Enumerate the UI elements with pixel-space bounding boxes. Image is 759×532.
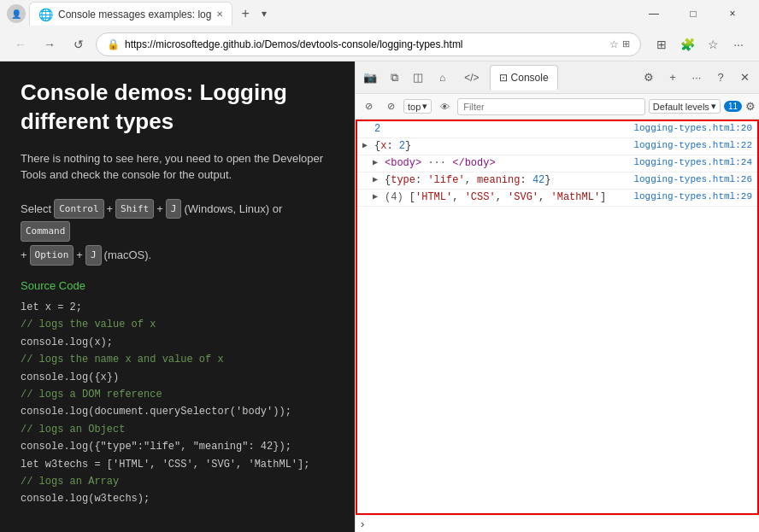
favorites-toolbar-icon[interactable]: ☆ [701,32,725,56]
tab-dropdown-button[interactable]: ▾ [258,8,270,20]
context-dropdown-icon: ▾ [422,101,427,112]
minimize-button[interactable]: — [634,0,674,27]
expand-icon[interactable]: ▶ [373,174,381,184]
devtools-more-icon[interactable]: ··· [685,67,708,89]
url-action-icons: ☆ ⊞ [609,38,630,50]
shortcut-line-1: Select Control + Shift + J (Windows, Lin… [21,199,334,243]
context-selector[interactable]: top ▾ [403,99,432,114]
left-panel: Console demos: Logging different types T… [0,61,355,532]
kbd-j2: J [85,245,102,266]
security-icon: 🔒 [107,38,120,50]
favorites-icon[interactable]: ☆ [609,38,619,50]
close-window-button[interactable]: × [713,0,752,27]
console-value: 2 [374,123,633,135]
expand-icon[interactable]: ▶ [373,157,381,167]
browser-toolbar: ⊞ 🧩 ☆ ··· [650,32,750,56]
log-levels-selector[interactable]: Default levels ▾ [649,99,721,114]
console-repl-input[interactable] [364,518,754,530]
page-description: There is nothing to see here, you need t… [21,150,334,184]
avatar: 👤 [7,4,26,23]
code-comment: // logs a DOM reference [21,386,334,403]
expand-icon[interactable]: ▶ [362,140,371,150]
console-row: 2 logging-types.html:20 [357,121,757,138]
read-mode-icon[interactable]: ⊞ [622,38,630,50]
devtools-panel: 📷 ⧉ ◫ ⌂ </> ⊡ Console ⚙ + ··· ? ✕ ⊘ ⊘ to… [355,61,759,532]
code-comment: // logs an Object [21,421,334,438]
edge-icon: 🌐 [38,8,53,21]
console-toolbar: ⊘ ⊘ top ▾ 👁 Default levels ▾ 11 ⚙ [356,94,759,120]
kbd-option: Option [30,245,74,266]
title-bar: 👤 🌐 Console messages examples: log ✕ + ▾… [0,0,759,27]
refresh-button[interactable]: ↺ [67,32,91,56]
console-filter-input[interactable] [457,98,645,115]
code-comment: // logs the value of x [21,316,334,333]
code-comment: // logs the name x and value of x [21,351,334,368]
levels-dropdown-icon: ▾ [711,101,716,112]
url-text: https://microsoftedge.github.io/Demos/de… [125,38,604,50]
console-source-link[interactable]: logging-types.html:26 [633,174,752,184]
console-input-row: › [356,515,759,532]
console-source-link[interactable]: logging-types.html:29 [633,191,752,202]
code-block: let x = 2; // logs the value of x consol… [21,299,334,508]
main-layout: Console demos: Logging different types T… [0,61,759,532]
source-label: Source Code [21,279,334,292]
extensions-icon[interactable]: 🧩 [675,32,699,56]
console-row: ▶ <body> ··· </body> logging-types.html:… [357,155,757,172]
error-count-badge: 11 [724,101,742,112]
shortcut-line-2: + Option + J (macOS). [21,245,334,266]
console-value: {type: 'life', meaning: 42} [385,174,633,186]
window-controls: — □ × [634,0,752,27]
collections-icon[interactable]: ⊞ [650,32,674,56]
maximize-button[interactable]: □ [674,0,713,27]
console-icon: ⊡ [499,72,508,84]
devtools-toggle-icon[interactable]: ⧉ [383,67,405,89]
tab-console[interactable]: ⊡ Console [490,65,558,91]
code-line: let x = 2; [21,299,334,316]
devtools-tab-bar: 📷 ⧉ ◫ ⌂ </> ⊡ Console ⚙ + ··· ? ✕ [356,61,759,94]
console-eye-icon[interactable]: 👁 [435,97,454,116]
kbd-control: Control [54,199,103,219]
tab-close-button[interactable]: ✕ [216,9,223,19]
back-button[interactable]: ← [9,32,32,56]
devtools-help-icon[interactable]: ? [709,67,732,89]
console-source-link[interactable]: logging-types.html:22 [633,140,752,150]
code-line: console.log({x}) [21,369,334,386]
more-tools-icon[interactable]: ··· [727,32,750,56]
console-clear-button[interactable]: ⊘ [359,97,378,116]
devtools-capture-icon[interactable]: 📷 [359,67,381,89]
expand-icon[interactable]: ▶ [373,191,381,202]
code-line: let w3techs = ['HTML', 'CSS', 'SVG', 'Ma… [21,456,334,473]
devtools-close-icon[interactable]: ✕ [733,67,756,89]
new-tab-button[interactable]: + [234,3,256,25]
tab-bar: 🌐 Console messages examples: log ✕ + ▾ [29,2,631,26]
console-settings-icon[interactable]: ⚙ [745,100,756,113]
console-source-link[interactable]: logging-types.html:20 [633,123,752,133]
console-output: 2 logging-types.html:20 ▶ {x: 2} logging… [356,120,759,515]
code-line: console.log(w3techs); [21,490,334,507]
devtools-customize-icon[interactable]: ⚙ [638,67,660,89]
kbd-command: Command [21,221,70,242]
tab-title: Console messages examples: log [58,9,211,20]
console-source-link[interactable]: logging-types.html:24 [633,157,752,167]
devtools-add-icon[interactable]: + [662,67,684,89]
console-row: ▶ (4) ['HTML', 'CSS', 'SVG', 'MathML'] l… [357,190,757,207]
devtools-layout-icon[interactable]: ◫ [407,67,429,89]
kbd-j: J [166,199,182,219]
console-filter-icon[interactable]: ⊘ [381,97,400,116]
code-comment: // logs an Array [21,473,334,490]
url-bar[interactable]: 🔒 https://microsoftedge.github.io/Demos/… [96,32,641,56]
address-bar: ← → ↺ 🔒 https://microsoftedge.github.io/… [0,27,759,61]
code-line: console.log({"type":"life", "meaning": 4… [21,438,334,455]
console-row: ▶ {type: 'life', meaning: 42} logging-ty… [357,172,757,190]
console-row: ▶ {x: 2} logging-types.html:22 [357,138,757,155]
tab-elements[interactable]: ⌂ [431,65,454,91]
code-line: console.log(document.querySelector('body… [21,403,334,420]
kbd-shift: Shift [115,199,154,219]
active-tab[interactable]: 🌐 Console messages examples: log ✕ [29,2,232,26]
console-value: {x: 2} [374,140,633,152]
page-title: Console demos: Logging different types [21,79,334,137]
console-value: (4) ['HTML', 'CSS', 'SVG', 'MathML'] [385,191,633,203]
forward-button[interactable]: → [38,32,62,56]
tab-sources[interactable]: </> [456,65,487,91]
console-value: <body> ··· </body> [385,157,633,169]
